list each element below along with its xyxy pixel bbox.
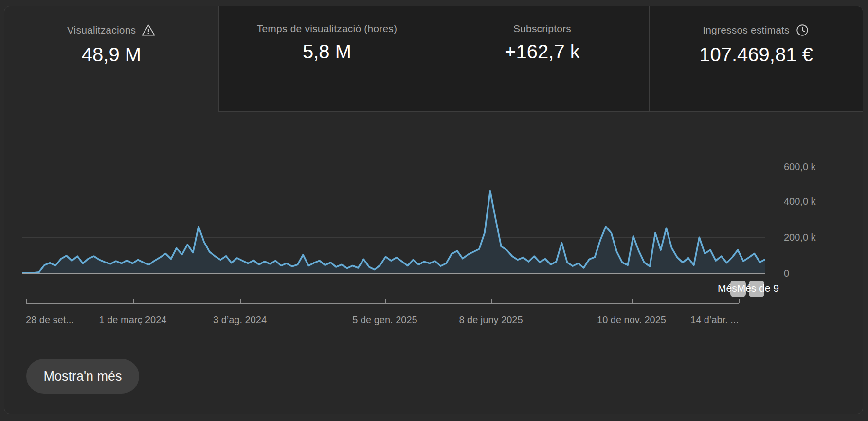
clock-icon bbox=[795, 23, 810, 37]
y-axis-label-400k: 400,0 k bbox=[784, 195, 842, 208]
x-tick-6 bbox=[632, 299, 633, 303]
x-tick-7 bbox=[739, 299, 740, 303]
tab-watch-time-label: Temps de visualització (hores) bbox=[257, 23, 397, 35]
x-tick-3 bbox=[240, 299, 241, 303]
tab-subscribers-header: Subscriptors bbox=[513, 23, 571, 35]
x-axis-label-2: 1 de març 2024 bbox=[99, 314, 167, 326]
analytics-overview-card: Visualitzacions 48,9 M Temps de visualit… bbox=[4, 6, 863, 414]
tab-subscribers-label: Subscriptors bbox=[513, 23, 571, 35]
tab-views-label: Visualitzacions bbox=[67, 24, 136, 36]
x-axis-label-5: 8 de juny 2025 bbox=[459, 314, 523, 326]
x-axis-label-4: 5 de gen. 2025 bbox=[352, 314, 417, 326]
x-axis-line bbox=[26, 303, 739, 304]
tab-subscribers[interactable]: Subscriptors +162,7 k bbox=[435, 6, 649, 112]
x-tick-4 bbox=[385, 299, 386, 303]
tab-views-value: 48,9 M bbox=[82, 44, 141, 66]
tab-revenue[interactable]: Ingressos estimats 107.469,81 € bbox=[649, 6, 863, 112]
tab-revenue-value: 107.469,81 € bbox=[699, 44, 813, 66]
x-tick-2 bbox=[133, 299, 134, 303]
zero-baseline bbox=[22, 273, 765, 274]
chart-plot-area[interactable] bbox=[22, 161, 765, 274]
y-axis-label-0: 0 bbox=[784, 267, 842, 280]
metric-tabs: Visualitzacions 48,9 M Temps de visualit… bbox=[4, 6, 863, 112]
tab-subscribers-value: +162,7 k bbox=[505, 41, 580, 63]
tab-views[interactable]: Visualitzacions 48,9 M bbox=[4, 6, 218, 112]
tab-revenue-label: Ingressos estimats bbox=[703, 24, 790, 36]
tab-views-header: Visualitzacions bbox=[67, 23, 156, 37]
x-axis-label-7: 14 d’abr. ... bbox=[690, 314, 739, 326]
y-axis-label-200k: 200,0 k bbox=[784, 231, 842, 244]
show-more-button[interactable]: Mostra'n més bbox=[26, 359, 139, 394]
tab-watch-time-header: Temps de visualització (hores) bbox=[257, 23, 397, 35]
tab-revenue-header: Ingressos estimats bbox=[703, 23, 810, 37]
tab-watch-time[interactable]: Temps de visualització (hores) 5,8 M bbox=[218, 6, 435, 112]
tab-watch-time-value: 5,8 M bbox=[303, 41, 351, 63]
y-axis-label-600k: 600,0 k bbox=[784, 160, 842, 173]
mes-overlay-text: MésMés de 9 bbox=[718, 282, 779, 294]
x-axis-label-6: 10 de nov. 2025 bbox=[597, 314, 666, 326]
warning-icon bbox=[141, 23, 156, 37]
x-axis-label-1: 28 de set... bbox=[26, 314, 74, 326]
x-axis-label-3: 3 d’ag. 2024 bbox=[213, 314, 267, 326]
x-tick-5 bbox=[491, 299, 492, 303]
chart-area-fill bbox=[22, 191, 765, 273]
x-tick-1 bbox=[26, 299, 27, 303]
